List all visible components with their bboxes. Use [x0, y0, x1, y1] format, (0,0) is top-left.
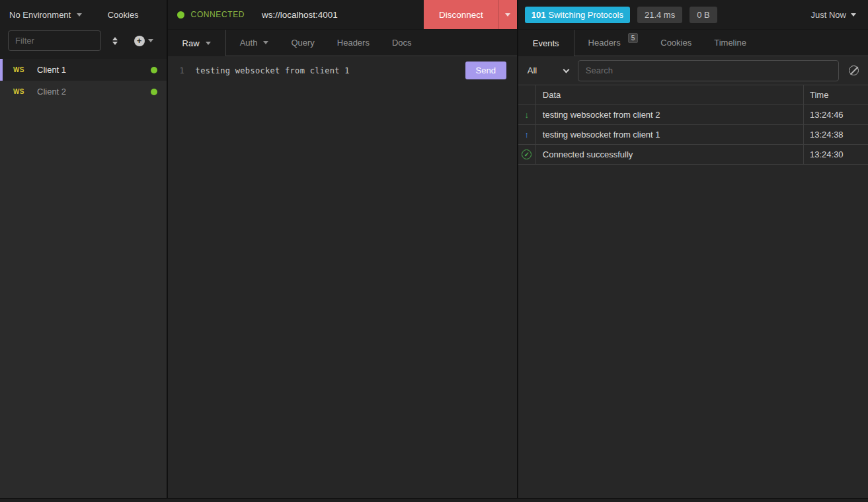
plus-icon: + [134, 36, 145, 46]
tab-timeline[interactable]: Timeline [703, 30, 758, 56]
event-time: 13:24:30 [804, 145, 868, 164]
send-button[interactable]: Send [465, 62, 506, 79]
chevron-down-icon [563, 66, 569, 73]
tab-response-headers[interactable]: Headers 5 [577, 30, 650, 56]
connected-check-icon: ✓ [522, 149, 532, 159]
response-tabstrip: Events Headers 5 Cookies Timeline [518, 30, 868, 56]
tab-headers[interactable]: Headers [326, 30, 381, 56]
request-name: Client 2 [37, 87, 66, 97]
status-badge: 101Switching Protocols [525, 7, 630, 23]
event-row[interactable]: ✓ Connected successfully 13:24:30 [518, 145, 868, 165]
event-time: 13:24:46 [804, 105, 868, 124]
event-row[interactable]: ↓ testing websocket from client 2 13:24:… [518, 105, 868, 125]
events-table: Data Time ↓ testing websocket from clien… [518, 85, 868, 165]
ws-method-tag: WS [13, 88, 37, 95]
connected-dot-icon [151, 67, 157, 73]
sidebar-item-client-2[interactable]: WS Client 2 [0, 81, 167, 103]
event-data: testing websocket from client 1 [535, 125, 804, 144]
request-panel: CONNECTED ws://localhost:4001 Disconnect… [168, 0, 517, 498]
ws-method-tag: WS [13, 66, 37, 73]
sidebar-header: No Environment Cookies + [0, 0, 167, 59]
tab-response-cookies[interactable]: Cookies [649, 30, 703, 56]
event-row[interactable]: ↑ testing websocket from client 1 13:24:… [518, 125, 868, 145]
chevron-down-icon [206, 42, 211, 45]
url-bar: CONNECTED ws://localhost:4001 Disconnect [168, 0, 517, 30]
disconnect-label: Disconnect [424, 0, 498, 29]
event-data: Connected successfully [535, 145, 804, 164]
tab-auth[interactable]: Auth [229, 30, 280, 56]
events-filter-row: All [518, 56, 868, 85]
tab-query[interactable]: Query [280, 30, 325, 56]
body-type-dropdown[interactable]: Raw [168, 30, 226, 56]
message-received-icon: ↓ [525, 110, 530, 120]
event-type-selected: All [528, 65, 537, 75]
message-sent-icon: ↑ [525, 130, 530, 140]
event-data: testing websocket from client 2 [535, 105, 804, 124]
chevron-down-icon [148, 39, 153, 42]
history-dropdown[interactable]: Just Now [811, 10, 860, 20]
chevron-down-icon [263, 41, 268, 44]
environment-dropdown[interactable]: No Environment [9, 10, 82, 20]
disconnect-dropdown[interactable] [498, 0, 517, 29]
request-name: Client 1 [37, 65, 66, 75]
size-badge: 0 B [690, 7, 717, 23]
duration-badge: 21.4 ms [637, 7, 682, 23]
events-table-header: Data Time [518, 85, 868, 105]
sort-icon[interactable] [112, 37, 118, 45]
message-editor[interactable]: Send 1 testing websocket from client 1 [168, 56, 517, 498]
tab-docs[interactable]: Docs [381, 30, 423, 56]
environment-label: No Environment [9, 10, 71, 20]
events-search-input[interactable] [578, 60, 839, 81]
event-time: 13:24:38 [804, 125, 868, 144]
recency-label: Just Now [811, 10, 846, 20]
clear-events-icon[interactable] [849, 65, 859, 75]
chevron-down-icon [505, 13, 510, 17]
tab-events[interactable]: Events [518, 30, 574, 56]
editor-line: 1 testing websocket from client 1 [168, 65, 517, 76]
response-meta-bar: 101Switching Protocols 21.4 ms 0 B Just … [518, 0, 868, 30]
request-tabstrip: Raw Auth Query Headers Docs [168, 30, 517, 56]
disconnect-button[interactable]: Disconnect [424, 0, 517, 29]
connection-status-label: CONNECTED [191, 10, 245, 19]
status-code: 101 [532, 10, 546, 20]
status-reason: Switching Protocols [549, 10, 623, 20]
bottom-resize-strip[interactable] [0, 498, 868, 502]
add-request-button[interactable]: + [134, 36, 153, 46]
line-number: 1 [168, 65, 196, 76]
cookies-button[interactable]: Cookies [108, 10, 139, 20]
filter-input[interactable] [8, 30, 101, 51]
sidebar-item-client-1[interactable]: WS Client 1 [0, 59, 167, 81]
event-type-select[interactable]: All [528, 65, 569, 75]
headers-count-badge: 5 [628, 33, 639, 43]
data-column-header: Data [535, 85, 804, 105]
websocket-url[interactable]: ws://localhost:4001 [262, 10, 338, 20]
request-list: WS Client 1 WS Client 2 [0, 59, 167, 498]
time-column-header: Time [804, 85, 868, 105]
connected-dot-icon [151, 89, 157, 95]
connection-status-dot-icon [177, 11, 184, 19]
body-type-label: Raw [182, 38, 200, 48]
chevron-down-icon [851, 13, 856, 17]
app-window: No Environment Cookies + WS Cl [0, 0, 868, 498]
editor-text: testing websocket from client 1 [196, 65, 350, 76]
chevron-down-icon [77, 13, 82, 17]
response-panel: 101Switching Protocols 21.4 ms 0 B Just … [518, 0, 868, 498]
sidebar: No Environment Cookies + WS Cl [0, 0, 167, 498]
